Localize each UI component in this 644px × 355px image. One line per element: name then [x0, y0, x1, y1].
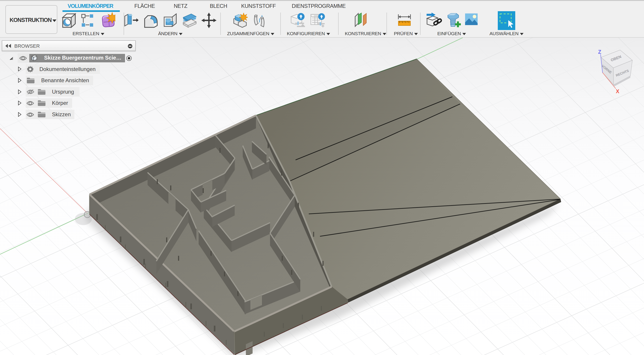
svg-text:X: X [616, 88, 619, 94]
svg-text:Z: Z [598, 49, 601, 55]
